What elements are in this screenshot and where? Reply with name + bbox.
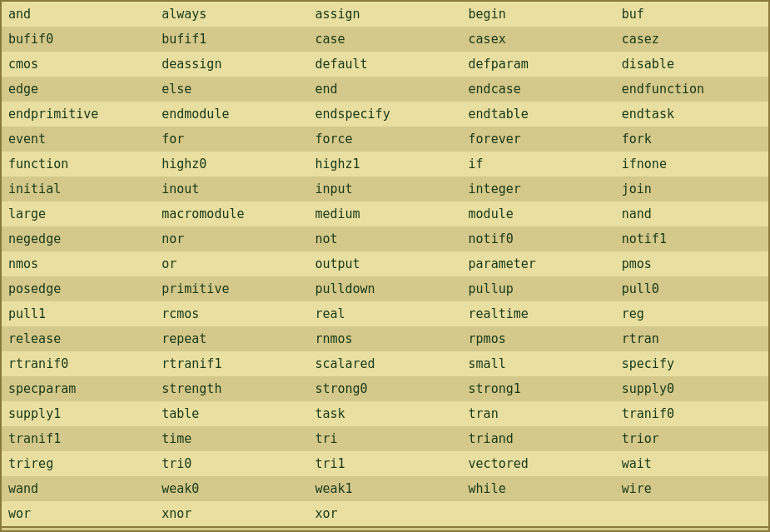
table-cell: realtime — [462, 301, 615, 326]
table-cell: buf — [615, 2, 768, 27]
table-cell: endtable — [462, 102, 615, 127]
table-cell: table — [155, 401, 308, 426]
table-cell: reg — [615, 301, 768, 326]
table-cell: disable — [615, 52, 768, 77]
table-cell: strength — [155, 376, 308, 401]
table-cell — [462, 501, 615, 527]
table-cell: default — [308, 52, 461, 77]
table-cell: supply1 — [2, 401, 155, 426]
table-cell: rtranif1 — [155, 351, 308, 376]
table-cell: highz1 — [308, 152, 461, 177]
table-cell: begin — [462, 2, 615, 27]
table-row: cmosdeassigndefaultdefparamdisable — [2, 52, 768, 77]
table-cell: xor — [308, 501, 461, 527]
table-cell: wait — [615, 451, 768, 476]
table-row: largemacromodulemediummodulenand — [2, 201, 768, 226]
table-cell: weak0 — [155, 476, 308, 501]
table-row: edgeelseendendcaseendfunction — [2, 77, 768, 102]
table-cell: pull1 — [2, 301, 155, 326]
table-cell: bufif1 — [155, 27, 308, 52]
table-row: rtranif0rtranif1scalaredsmallspecify — [2, 351, 768, 376]
table-cell: function — [2, 152, 155, 177]
table-cell: fork — [615, 127, 768, 152]
table-cell: task — [308, 401, 461, 426]
table-cell: parameter — [462, 251, 615, 276]
table-cell: input — [308, 177, 461, 201]
table-cell: endmodule — [155, 102, 308, 127]
table-cell: strong0 — [308, 376, 461, 401]
table-cell: casez — [615, 27, 768, 52]
table-cell: xnor — [155, 501, 308, 527]
table-cell: initial — [2, 177, 155, 201]
table-row: tranif1timetritriandtrior — [2, 426, 768, 451]
table-cell: tri1 — [308, 451, 461, 476]
table-cell: trior — [615, 426, 768, 451]
table-cell: wor — [2, 501, 155, 527]
table-cell: triand — [462, 426, 615, 451]
table-row: releaserepeatrnmosrpmosrtran — [2, 326, 768, 351]
table-cell: tran — [462, 401, 615, 426]
table-row: bufif0bufif1casecasexcasez — [2, 27, 768, 52]
table-cell: macromodule — [155, 201, 308, 226]
table-cell: wand — [2, 476, 155, 501]
table-cell: not — [308, 226, 461, 251]
table-row: specparamstrengthstrong0strong1supply0 — [2, 376, 768, 401]
keywords-table-container: andalwaysassignbeginbufbufif0bufif1casec… — [0, 0, 770, 532]
table-cell: assign — [308, 2, 461, 27]
table-cell: rnmos — [308, 326, 461, 351]
table-cell: weak1 — [308, 476, 461, 501]
table-cell: cmos — [2, 52, 155, 77]
table-cell: endprimitive — [2, 102, 155, 127]
table-cell: rpmos — [462, 326, 615, 351]
table-cell: module — [462, 201, 615, 226]
table-cell: notif1 — [615, 226, 768, 251]
table-row: nmosoroutputparameterpmos — [2, 251, 768, 276]
table-row: endprimitiveendmoduleendspecifyendtablee… — [2, 102, 768, 127]
table-row: functionhighz0highz1ififnone — [2, 152, 768, 177]
table-row: wandweak0weak1whilewire — [2, 476, 768, 501]
table-row: supply1tabletasktrantranif0 — [2, 401, 768, 426]
table-cell: pull0 — [615, 276, 768, 301]
table-cell: rtranif0 — [2, 351, 155, 376]
table-cell: real — [308, 301, 461, 326]
table-cell: always — [155, 2, 308, 27]
table-cell: or — [155, 251, 308, 276]
table-cell: endcase — [462, 77, 615, 102]
table-cell: deassign — [155, 52, 308, 77]
table-cell: nand — [615, 201, 768, 226]
table-cell: edge — [2, 77, 155, 102]
table-cell: for — [155, 127, 308, 152]
table-cell: pmos — [615, 251, 768, 276]
table-cell: endfunction — [615, 77, 768, 102]
table-row: eventforforceforeverfork — [2, 127, 768, 152]
table-cell: bufif0 — [2, 27, 155, 52]
table-cell: repeat — [155, 326, 308, 351]
table-cell: notif0 — [462, 226, 615, 251]
table-row: initialinoutinputintegerjoin — [2, 177, 768, 201]
table-cell: end — [308, 77, 461, 102]
table-cell: highz0 — [155, 152, 308, 177]
table-cell: tri — [308, 426, 461, 451]
table-cell: casex — [462, 27, 615, 52]
table-cell: while — [462, 476, 615, 501]
table-cell: rcmos — [155, 301, 308, 326]
table-cell: primitive — [155, 276, 308, 301]
table-cell: event — [2, 127, 155, 152]
table-cell: vectored — [462, 451, 615, 476]
table-cell: inout — [155, 177, 308, 201]
table-row: worxnorxor — [2, 501, 768, 527]
table-cell: nor — [155, 226, 308, 251]
table-cell: wire — [615, 476, 768, 501]
table-row: triregtri0tri1vectoredwait — [2, 451, 768, 476]
table-cell: small — [462, 351, 615, 376]
table-cell: force — [308, 127, 461, 152]
table-cell: strong1 — [462, 376, 615, 401]
table-cell: time — [155, 426, 308, 451]
table-cell: nmos — [2, 251, 155, 276]
table-cell: trireg — [2, 451, 155, 476]
table-cell: integer — [462, 177, 615, 201]
table-cell: pullup — [462, 276, 615, 301]
table-cell: join — [615, 177, 768, 201]
table-cell: endtask — [615, 102, 768, 127]
table-cell: endspecify — [308, 102, 461, 127]
